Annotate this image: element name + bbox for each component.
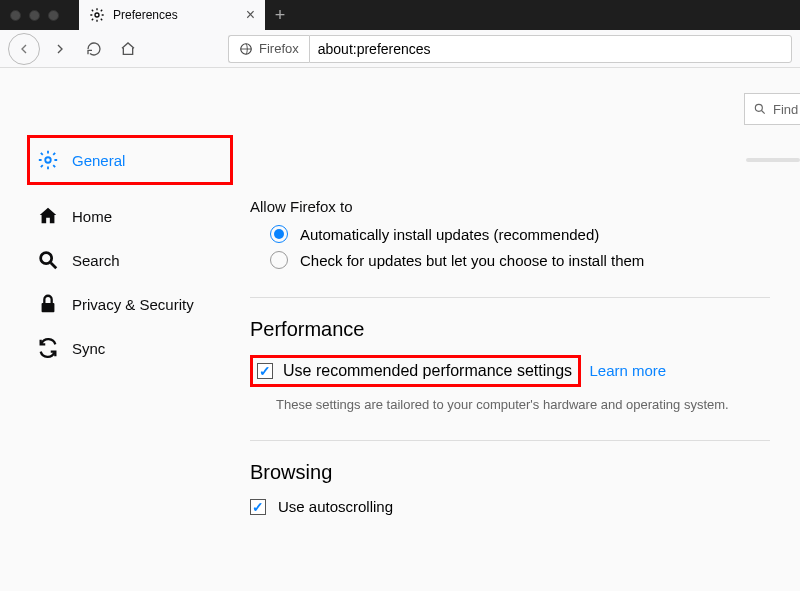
option-label: Automatically install updates (recommend…: [300, 226, 599, 243]
autoscroll-checkbox[interactable]: [250, 499, 266, 515]
updates-check-option[interactable]: Check for updates but let you choose to …: [270, 251, 770, 269]
search-icon: [753, 102, 767, 116]
home-button[interactable]: [114, 35, 142, 63]
url-input[interactable]: [309, 35, 792, 63]
sidebar-item-sync[interactable]: Sync: [30, 326, 230, 370]
section-divider: [250, 297, 770, 298]
sidebar-item-general[interactable]: General: [30, 138, 230, 182]
sidebar-item-home[interactable]: Home: [30, 194, 230, 238]
identity-box[interactable]: Firefox: [228, 35, 309, 63]
performance-section: Performance Use recommended performance …: [250, 318, 800, 412]
sidebar-item-label: Search: [72, 252, 120, 269]
performance-description: These settings are tailored to your comp…: [276, 397, 770, 412]
identity-label: Firefox: [259, 41, 299, 56]
tab-close-button[interactable]: ×: [246, 7, 255, 23]
tab-preferences[interactable]: Preferences ×: [79, 0, 265, 30]
svg-point-5: [755, 104, 762, 111]
annotation-highlight-performance: Use recommended performance settings: [250, 355, 581, 387]
maximize-window[interactable]: [48, 10, 59, 21]
browsing-heading: Browsing: [250, 461, 770, 484]
annotation-highlight-general: General: [27, 135, 233, 185]
sidebar-item-label: Home: [72, 208, 112, 225]
performance-heading: Performance: [250, 318, 770, 341]
sidebar-item-label: General: [72, 152, 125, 169]
firefox-icon: [239, 42, 253, 56]
sidebar-item-label: Sync: [72, 340, 105, 357]
sidebar-item-privacy[interactable]: Privacy & Security: [30, 282, 230, 326]
svg-point-0: [95, 13, 99, 17]
use-recommended-checkbox[interactable]: [257, 363, 273, 379]
autoscroll-label: Use autoscrolling: [278, 498, 393, 515]
reload-button[interactable]: [80, 35, 108, 63]
gear-icon: [89, 7, 105, 23]
preferences-page: General Home Search Privacy & Security: [0, 68, 800, 591]
browsing-section: Browsing Use autoscrolling: [250, 461, 800, 515]
radio-button[interactable]: [270, 225, 288, 243]
radio-button[interactable]: [270, 251, 288, 269]
back-button[interactable]: [8, 33, 40, 65]
autoscroll-option[interactable]: Use autoscrolling: [250, 498, 770, 515]
sidebar-item-search[interactable]: Search: [30, 238, 230, 282]
preferences-content: Find Allow Firefox to Automatically inst…: [250, 68, 800, 591]
forward-button[interactable]: [46, 35, 74, 63]
lock-icon: [36, 292, 60, 316]
use-recommended-label: Use recommended performance settings: [283, 362, 572, 380]
new-tab-button[interactable]: +: [265, 0, 295, 30]
svg-rect-4: [42, 303, 55, 312]
svg-point-2: [45, 157, 51, 163]
category-sidebar: General Home Search Privacy & Security: [0, 68, 250, 591]
find-placeholder: Find: [773, 102, 798, 117]
find-in-preferences[interactable]: Find: [744, 93, 800, 125]
scroll-hint: [746, 158, 800, 162]
sync-icon: [36, 336, 60, 360]
search-icon: [36, 248, 60, 272]
window-controls: [10, 10, 59, 21]
updates-auto-option[interactable]: Automatically install updates (recommend…: [270, 225, 770, 243]
svg-point-3: [41, 253, 52, 264]
option-label: Check for updates but let you choose to …: [300, 252, 644, 269]
updates-section: Allow Firefox to Automatically install u…: [250, 198, 800, 269]
updates-allow-label: Allow Firefox to: [250, 198, 770, 215]
gear-icon: [36, 148, 60, 172]
close-window[interactable]: [10, 10, 21, 21]
nav-toolbar: Firefox: [0, 30, 800, 68]
minimize-window[interactable]: [29, 10, 40, 21]
home-icon: [36, 204, 60, 228]
section-divider: [250, 440, 770, 441]
titlebar: Preferences × +: [0, 0, 800, 30]
performance-learn-more-link[interactable]: Learn more: [589, 362, 666, 379]
tab-strip: Preferences × +: [79, 0, 295, 30]
urlbar-container: Firefox: [228, 35, 792, 63]
sidebar-item-label: Privacy & Security: [72, 296, 194, 313]
tab-title: Preferences: [113, 8, 178, 22]
